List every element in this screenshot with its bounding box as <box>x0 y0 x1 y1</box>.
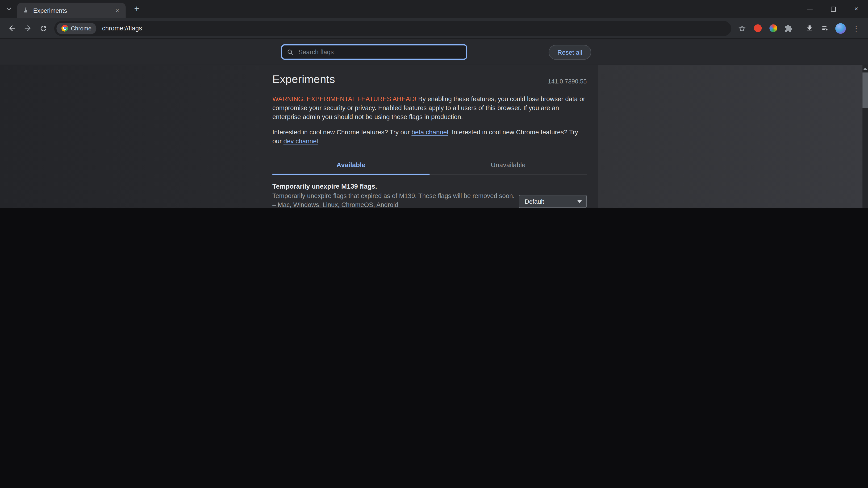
experiment-text: Temporarily unexpire M139 flags. Tempora… <box>272 183 517 208</box>
search-icon <box>287 48 294 56</box>
media-controls-icon <box>821 24 829 32</box>
window-minimize-button[interactable] <box>798 0 822 18</box>
tab-unavailable[interactable]: Unavailable <box>430 157 587 174</box>
browser-tab-experiments[interactable]: Experiments × <box>17 3 126 18</box>
experimental-warning: WARNING: EXPERIMENTAL FEATURES AHEAD! By… <box>272 95 587 121</box>
reload-button[interactable] <box>35 21 51 36</box>
chrome-version: 141.0.7390.55 <box>548 78 587 86</box>
downloads-button[interactable] <box>802 21 817 36</box>
scroll-up-icon[interactable] <box>863 67 868 70</box>
flags-topbar: Reset all <box>0 39 868 65</box>
flags-tabs: Available Unavailable <box>272 157 587 175</box>
flag-title: Temporarily unexpire M139 flags. <box>272 183 517 190</box>
screen: Experiments × + × Chrome chrome://flags <box>0 0 868 208</box>
experiments-list: Temporarily unexpire M139 flags. Tempora… <box>272 183 587 208</box>
flags-search-input[interactable] <box>297 48 462 56</box>
puzzle-icon <box>784 24 793 32</box>
forward-arrow-icon <box>23 24 32 33</box>
site-chip-label: Chrome <box>71 25 92 32</box>
toolbar-divider <box>799 24 799 33</box>
flags-body: Experiments 141.0.7390.55 WARNING: EXPER… <box>0 65 868 208</box>
experiment-row: Temporarily unexpire M139 flags. Tempora… <box>272 183 587 208</box>
tab-search-button[interactable] <box>3 3 14 14</box>
bookmark-button[interactable] <box>735 21 749 36</box>
chevron-down-icon <box>6 7 11 10</box>
warning-label: WARNING: EXPERIMENTAL FEATURES AHEAD! <box>272 95 416 102</box>
flags-header: Experiments 141.0.7390.55 <box>272 73 587 86</box>
profile-avatar <box>835 23 846 33</box>
promo-text: Interested in cool new Chrome features? … <box>272 129 412 136</box>
tab-available[interactable]: Available <box>272 157 430 175</box>
download-icon <box>805 24 814 32</box>
beta-channel-link[interactable]: beta channel <box>412 129 448 136</box>
window-maximize-button[interactable] <box>822 0 845 18</box>
flags-search-box[interactable] <box>281 44 467 60</box>
minimize-icon <box>807 8 813 9</box>
address-bar[interactable]: Chrome chrome://flags <box>54 21 731 36</box>
media-controls-button[interactable] <box>817 21 832 36</box>
extension-color-button[interactable] <box>766 21 780 36</box>
window-controls: × <box>798 0 868 18</box>
extensions-menu-button[interactable] <box>781 21 796 36</box>
window-close-button[interactable]: × <box>845 0 868 18</box>
star-icon <box>738 24 746 32</box>
reload-icon <box>39 24 47 32</box>
toolbar-actions: ⋮ <box>735 21 864 36</box>
flags-page: Reset all Experiments 141.0.7390.55 WARN… <box>0 39 868 208</box>
extension-red-button[interactable] <box>750 21 765 36</box>
tab-title: Experiments <box>33 7 109 13</box>
close-icon: × <box>854 5 858 13</box>
url-text: chrome://flags <box>102 25 142 32</box>
site-chip[interactable]: Chrome <box>56 22 96 34</box>
maximize-icon <box>831 6 836 11</box>
tab-strip: Experiments × + × <box>0 0 868 18</box>
flags-content-column: Experiments 141.0.7390.55 WARNING: EXPER… <box>263 65 598 208</box>
flag-description: Temporarily unexpire flags that expired … <box>272 192 517 208</box>
browser-menu-button[interactable]: ⋮ <box>849 21 864 36</box>
dev-channel-link[interactable]: dev channel <box>283 137 318 144</box>
chrome-logo-icon <box>62 25 68 32</box>
forward-button[interactable] <box>20 21 35 36</box>
page-title: Experiments <box>272 73 335 86</box>
profile-button[interactable] <box>833 21 848 36</box>
colorful-extension-icon <box>769 24 777 32</box>
red-extension-icon <box>753 24 762 32</box>
flask-icon <box>22 7 30 14</box>
back-button[interactable] <box>4 21 20 36</box>
tab-close-icon[interactable]: × <box>113 6 122 15</box>
chevron-down-icon <box>578 200 582 203</box>
new-tab-button[interactable]: + <box>129 2 144 16</box>
flag-select-value: Default <box>525 198 544 205</box>
scrollbar-thumb[interactable] <box>862 72 868 108</box>
reset-all-button[interactable]: Reset all <box>549 45 591 60</box>
browser-toolbar: Chrome chrome://flags ⋮ <box>0 18 868 39</box>
kebab-menu-icon: ⋮ <box>852 24 860 32</box>
channel-promo: Interested in cool new Chrome features? … <box>272 128 587 145</box>
back-arrow-icon <box>8 24 17 33</box>
page-scrollbar[interactable] <box>862 65 868 208</box>
flag-select[interactable]: Default <box>519 195 587 208</box>
